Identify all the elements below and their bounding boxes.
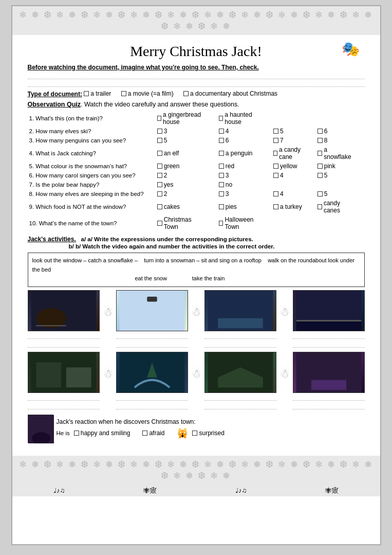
write-line[interactable]: [293, 403, 365, 409]
q3-opt2[interactable]: 6: [219, 137, 229, 144]
q2-opt4[interactable]: 6: [318, 128, 328, 135]
q5-opt4[interactable]: pink: [318, 163, 335, 170]
q9-opt2[interactable]: pies: [219, 203, 237, 210]
q2-opt2[interactable]: 4: [219, 128, 229, 135]
question-7: 7. Is the polar bear happy?: [28, 180, 156, 189]
table-row: 1. What's this (on the train)? a gingerb…: [28, 110, 365, 127]
question-2: 2. How many elves ski?: [28, 127, 156, 136]
write-line[interactable]: [204, 394, 276, 401]
option-documentary[interactable]: a documentary about Christmas: [183, 90, 277, 97]
image-cell-4: [293, 290, 365, 349]
type-doc-row: Type of document: a trailer a movie (=a …: [28, 90, 365, 98]
q6-opt2[interactable]: 3: [219, 172, 229, 179]
q1-opt1[interactable]: a gingerbread house: [157, 111, 208, 126]
movie-image-8: [293, 352, 365, 393]
bottom-decorative: ♩♪♫ 🕷🕸 ♩♪♫ 🕷🕸: [12, 485, 380, 496]
q9-opt3[interactable]: a turkey: [273, 203, 302, 210]
checkbox-happy[interactable]: [74, 431, 79, 436]
checkbox-documentary[interactable]: [183, 91, 189, 96]
write-line[interactable]: [28, 403, 100, 409]
svg-rect-7: [147, 296, 157, 301]
option-movie[interactable]: a movie (=a film): [121, 90, 174, 97]
write-line[interactable]: [204, 332, 276, 339]
snowman-decoration-6: ☃: [279, 352, 290, 410]
question-6: 6. How many carol singers can you see?: [28, 171, 156, 180]
option-trailer[interactable]: a trailer: [84, 90, 111, 97]
activities-title: Jack's activities.: [28, 236, 76, 243]
image-cell-7: [204, 352, 276, 410]
question-5: 5. What colour is the snowman's hat?: [28, 162, 156, 171]
q7-opt2[interactable]: no: [219, 181, 232, 188]
checkbox-movie[interactable]: [121, 91, 126, 96]
q4-opt1[interactable]: an elf: [157, 150, 179, 157]
q10-opt2[interactable]: Halloween Town: [219, 216, 262, 230]
q5-opt2[interactable]: red: [219, 163, 234, 170]
table-row: 5. What colour is the snowman's hat? gre…: [28, 162, 365, 171]
q7-opt1[interactable]: yes: [157, 181, 174, 188]
q2-opt3[interactable]: 5: [273, 128, 284, 135]
table-row: 9. Which food is NOT at the window? cake…: [28, 199, 365, 215]
q5-opt1[interactable]: green: [157, 163, 180, 170]
reaction-instruction: Jack's reaction when he discovers Christ…: [57, 418, 365, 425]
image-cell-8: [293, 352, 365, 410]
reaction-text: Jack's reaction when he discovers Christ…: [57, 418, 365, 439]
q5-opt3[interactable]: yellow: [273, 163, 297, 170]
svg-rect-18: [36, 362, 61, 387]
reaction-opt-surprised[interactable]: surprised: [192, 429, 224, 437]
write-line[interactable]: [293, 332, 365, 339]
table-row: 6. How many carol singers can you see? 2…: [28, 171, 365, 180]
images-row-2: ☃ ☃: [28, 352, 365, 410]
reaction-options-row: He is happy and smiling afraid 🙀 surpris…: [57, 427, 365, 439]
snowman-decoration-4: ☃: [103, 352, 113, 410]
bottom-border: ❄ ❅ ❆ ❄ ❅ ❆ ❄ ❅ ❆ ❄ ❅ ❆ ❄ ❅ ❆ ❄ ❅ ❆ ❄ ❅ …: [12, 456, 380, 485]
top-border: ❄ ❅ ❆ ❄ ❅ ❆ ❄ ❅ ❆ ❄ ❅ ❆ ❄ ❅ ❆ ❄ ❅ ❆ ❄ ❅ …: [12, 6, 380, 35]
checkbox-surprised[interactable]: [192, 431, 197, 436]
image-cell-5: [28, 352, 100, 410]
write-line[interactable]: [116, 403, 188, 409]
q8-opt2[interactable]: 3: [219, 190, 229, 198]
q9-opt4[interactable]: candy canes: [318, 200, 355, 214]
write-line[interactable]: [204, 341, 276, 348]
question-9: 9. Which food is NOT at the window?: [28, 199, 156, 215]
write-line[interactable]: [28, 341, 100, 348]
afraid-emoji: 🙀: [177, 427, 188, 439]
q4-opt4[interactable]: a snowflake: [318, 146, 355, 160]
q4-opt2[interactable]: a penguin: [219, 150, 253, 157]
q8-opt3[interactable]: 4: [273, 190, 284, 198]
q1-opt2[interactable]: a haunted house: [219, 111, 262, 126]
q3-opt1[interactable]: 5: [157, 137, 167, 144]
write-line[interactable]: [293, 394, 365, 401]
reaction-opt-afraid[interactable]: afraid: [142, 429, 164, 437]
q2-opt1[interactable]: 3: [157, 128, 167, 135]
write-line[interactable]: [116, 332, 188, 339]
q3-opt4[interactable]: 8: [318, 137, 328, 144]
reaction-opt-happy[interactable]: happy and smiling: [74, 429, 130, 437]
q6-opt4[interactable]: 5: [318, 172, 328, 179]
jack-icon: 🎭: [342, 41, 360, 58]
write-line[interactable]: [293, 341, 365, 348]
q6-opt3[interactable]: 4: [273, 172, 284, 179]
movie-image-5: [28, 352, 100, 393]
q8-opt4[interactable]: 5: [318, 190, 328, 198]
quiz-table: 1. What's this (on the train)? a gingerb…: [28, 110, 365, 231]
q4-opt3[interactable]: a candy cane: [273, 146, 306, 160]
write-line[interactable]: [28, 394, 100, 401]
write-line[interactable]: [116, 341, 188, 348]
q6-opt1[interactable]: 2: [157, 172, 167, 179]
write-line[interactable]: [204, 403, 276, 409]
write-line[interactable]: [28, 332, 100, 339]
table-row: 7. Is the polar bear happy? yes no: [28, 180, 365, 189]
dotted-line-1: [28, 73, 365, 79]
q10-opt1[interactable]: Christmas Town: [157, 216, 208, 230]
instruction-a: a/ a/ Write the expressions under the co…: [78, 236, 253, 242]
image-cell-6: [116, 352, 188, 410]
checkbox-afraid[interactable]: [142, 431, 147, 436]
table-row: 2. How many elves ski? 3 4 5 6: [28, 127, 365, 136]
q9-opt1[interactable]: cakes: [157, 203, 180, 210]
question-3: 3. How many penguins can you see?: [28, 136, 156, 145]
q3-opt3[interactable]: 7: [273, 137, 284, 144]
write-line[interactable]: [116, 394, 188, 401]
q8-opt1[interactable]: 2: [157, 190, 167, 198]
checkbox-trailer[interactable]: [84, 91, 89, 96]
snowman-decoration-2: ☃: [191, 290, 201, 349]
